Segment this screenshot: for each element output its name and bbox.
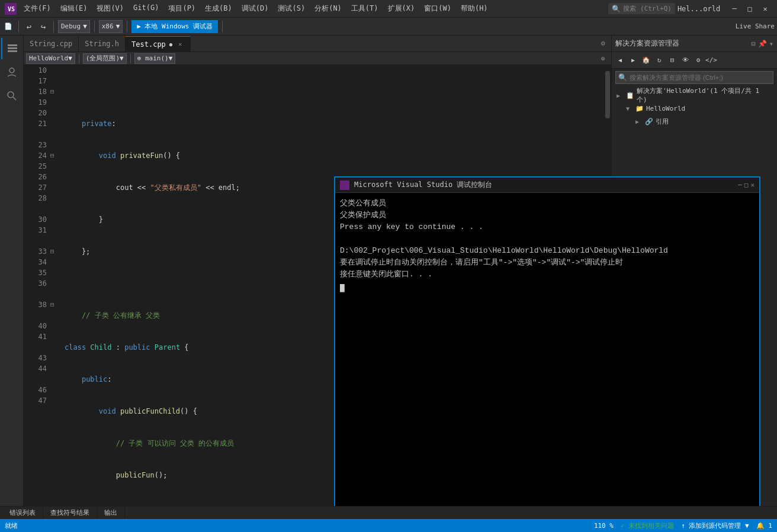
menu-git[interactable]: Git(G) [131, 4, 161, 14]
run-btn[interactable]: ▶ 本地 Windows 调试器 [131, 20, 218, 33]
console-close[interactable]: ✕ [750, 181, 754, 189]
console-content: 父类公有成员 父类保护成员 Press any key to continue … [335, 193, 759, 506]
console-line-2: 父类保护成员 [340, 209, 754, 221]
menu-debug[interactable]: 调试(D) [239, 4, 271, 14]
scope-dropdown[interactable]: (全局范围) ▼ [83, 53, 127, 64]
svg-point-6 [8, 92, 14, 98]
svg-line-7 [13, 97, 16, 100]
tab-string-h[interactable]: String.h [79, 36, 126, 51]
sol-home[interactable]: 🏠 [640, 54, 652, 66]
menu-help[interactable]: 帮助(H) [458, 4, 490, 14]
console-minimize[interactable]: ─ [738, 181, 742, 189]
maximize-button[interactable]: □ [743, 2, 757, 16]
undo-btn[interactable]: ↩ [23, 21, 35, 33]
sol-filter[interactable]: ⚙ [692, 54, 704, 66]
console-line-3: Press any key to continue . . . [340, 221, 754, 233]
console-line-7: 接任意键关闭此窗口. . . [340, 269, 754, 280]
console-title-bar: Microsoft Visual Studio 调试控制台 ─ □ ✕ [335, 178, 759, 193]
search-icon: 🔍 [612, 5, 621, 13]
menu-analyze[interactable]: 分析(N) [312, 4, 344, 14]
activity-search[interactable] [1, 85, 23, 107]
status-bar-right: 110 % ✓ 未找到相关问题 ↑ 添加到源代码管理 ▼ 🔔 1 [594, 521, 772, 530]
sol-nav-back[interactable]: ◀ [614, 54, 626, 66]
toolbar: 📄 ↩ ↪ Debug ▼ x86 ▼ ▶ 本地 Windows 调试器 Liv… [0, 18, 777, 36]
vs-logo: VS [5, 3, 17, 15]
bottom-tab-output[interactable]: 输出 [97, 507, 125, 520]
solution-explorer-header: 解决方案资源管理器 ⊟ 📌 ▾ [612, 36, 777, 52]
activity-teamexp[interactable] [1, 62, 23, 83]
platform-dropdown[interactable]: x86 ▼ [99, 20, 123, 33]
svg-rect-2 [8, 44, 17, 46]
sol-refresh[interactable]: ↻ [653, 54, 665, 66]
tab-test-cpp[interactable]: Test.cpp ● ✕ [126, 36, 191, 51]
live-share-btn[interactable]: Live Share [736, 22, 775, 30]
sol-collapse[interactable]: ⊟ [666, 54, 678, 66]
fold-column: ⊟ ⊟ ⊟ [50, 65, 60, 506]
menu-project[interactable]: 项目(P) [166, 4, 198, 14]
console-line-4 [340, 233, 754, 245]
console-title: Microsoft Visual Studio 调试控制台 [354, 180, 492, 190]
status-add-source[interactable]: ↑ 添加到源代码管理 ▼ [681, 521, 749, 530]
window-title: Hel...orld [675, 5, 723, 13]
status-zoom[interactable]: 110 % [594, 522, 614, 530]
activity-explorer[interactable] [1, 38, 23, 59]
console-line-5: D:\002_Project\006_Visual_Studio\HelloWo… [340, 245, 754, 257]
solution-search[interactable]: 🔍 [615, 71, 773, 84]
project-refs[interactable]: ▶ 🔗 引用 [614, 115, 775, 128]
expand-editor-btn[interactable]: ⊕ [597, 53, 609, 65]
menu-view[interactable]: 视图(V) [94, 4, 126, 14]
svg-rect-4 [8, 50, 17, 52]
activity-bar [0, 36, 24, 506]
tab-close-btn[interactable]: ✕ [176, 40, 184, 49]
sol-exp-menu-btn[interactable]: ▾ [769, 40, 773, 48]
code-toolbar: HelloWorld ▼ (全局范围) ▼ ⊕ main() ▼ ⊕ [24, 52, 611, 65]
sol-exp-close-btn[interactable]: ⊟ [752, 40, 756, 48]
bottom-tab-errors[interactable]: 错误列表 [2, 507, 43, 520]
code-line-17: private: [65, 118, 604, 129]
console-line-1: 父类公有成员 [340, 198, 754, 209]
code-line-18: void privateFun() { [65, 150, 604, 161]
method-dropdown[interactable]: ⊕ main() ▼ [134, 53, 176, 64]
sol-code-btn[interactable]: </> [705, 54, 717, 66]
config-dropdown[interactable]: Debug ▼ [58, 20, 90, 33]
sol-show-all[interactable]: 👁 [679, 54, 691, 66]
status-notification[interactable]: 🔔 1 [756, 522, 772, 530]
menu-build[interactable]: 生成(B) [203, 4, 235, 14]
menu-extensions[interactable]: 扩展(X) [386, 4, 418, 14]
tab-bar: String.cpp String.h Test.cpp ● ✕ ⚙ [24, 36, 611, 52]
menu-test[interactable]: 测试(S) [275, 4, 307, 14]
line-numbers: 10 17 18 19 20 21 22 23 24 25 26 27 28 2… [24, 65, 50, 506]
sol-exp-pin-btn[interactable]: 📌 [758, 40, 767, 48]
solution-explorer-toolbar: ◀ ▶ 🏠 ↻ ⊟ 👁 ⚙ </> [612, 52, 777, 69]
sol-nav-fwd[interactable]: ▶ [627, 54, 639, 66]
svg-text:VS: VS [8, 6, 15, 12]
redo-btn[interactable]: ↪ [37, 21, 49, 33]
menu-edit[interactable]: 编辑(E) [58, 4, 90, 14]
solution-explorer-title: 解决方案资源管理器 [615, 38, 679, 49]
new-file-btn[interactable]: 📄 [2, 21, 14, 33]
solution-root[interactable]: ▶ 📋 解决方案'HelloWorld'(1 个项目/共 1 个) [614, 89, 775, 102]
solution-search-icon: 🔍 [618, 73, 627, 82]
console-maximize[interactable]: □ [744, 181, 749, 189]
tab-string-cpp[interactable]: String.cpp [24, 36, 79, 51]
bottom-tab-find[interactable]: 查找符号结果 [43, 507, 97, 520]
status-ready: 就绪 [5, 521, 18, 530]
content-area: String.cpp String.h Test.cpp ● ✕ ⚙ Hello… [0, 36, 777, 506]
menu-tools[interactable]: 工具(T) [349, 4, 381, 14]
status-no-issues[interactable]: ✓ 未找到相关问题 [621, 521, 674, 530]
console-icon [340, 180, 349, 190]
console-line-6: 要在调试停止时自动关闭控制台，请启用"工具"->"选项"->"调试"->"调试停… [340, 257, 754, 269]
code-line-10 [65, 86, 604, 97]
menu-window[interactable]: 窗口(W) [422, 4, 454, 14]
tab-settings-btn[interactable]: ⚙ [595, 36, 611, 51]
close-button[interactable]: ✕ [758, 2, 772, 16]
class-dropdown[interactable]: HelloWorld ▼ [26, 53, 75, 64]
svg-rect-3 [8, 47, 17, 49]
console-cursor: █ [340, 283, 754, 295]
search-label[interactable]: 搜索 (Ctrl+Q) [623, 4, 672, 13]
svg-rect-8 [341, 182, 348, 189]
solution-search-input[interactable] [630, 74, 770, 81]
console-overlay: Microsoft Visual Studio 调试控制台 ─ □ ✕ 父类公有… [334, 176, 760, 506]
menu-file[interactable]: 文件(F) [21, 4, 53, 14]
minimize-button[interactable]: ─ [727, 2, 741, 16]
